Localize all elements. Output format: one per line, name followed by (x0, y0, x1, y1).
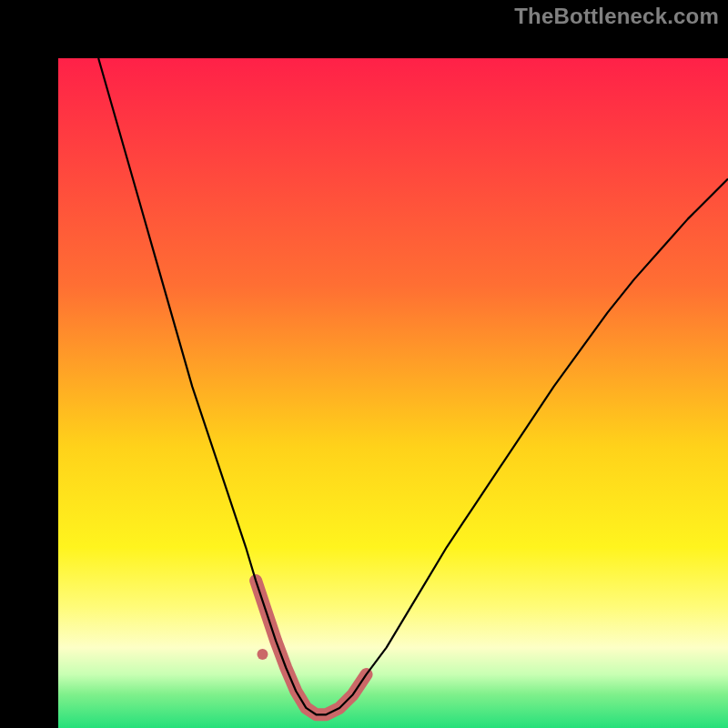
chart-frame (0, 0, 728, 728)
chart-svg (58, 58, 728, 728)
chart-background (58, 58, 728, 728)
marker-trough-dot (257, 649, 268, 660)
chart-plot-area (58, 58, 728, 728)
watermark-text: TheBottleneck.com (514, 4, 719, 29)
